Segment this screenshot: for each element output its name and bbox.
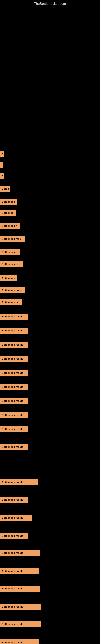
bottleneck-bar-18: Bottleneck result [0,370,28,376]
bottleneck-bar-3: E [0,173,3,179]
bottleneck-bar-13: Bottleneck re [0,300,22,306]
bottleneck-bar-26: Bottleneck result [0,515,32,521]
bottleneck-bar-9: Bottleneck r [0,249,20,255]
bottleneck-bar-11: Bottleneck [0,275,17,281]
bottleneck-bar-21: Bottleneck result [0,412,28,418]
bottleneck-bar-25: Bottleneck result [0,497,28,503]
bottleneck-bar-8: Bottleneck resu [0,236,25,242]
bottleneck-bar-2: | [0,162,3,168]
bottleneck-bar-6: Bottlenec [0,210,16,216]
bottleneck-bar-34: Bottleneck result [0,640,39,644]
bottleneck-bar-29: Bottleneck result [0,568,39,574]
bottleneck-bar-10: Bottleneck res [0,261,23,267]
bottleneck-bar-5: Bottleneck [0,199,17,205]
bottleneck-bar-1: B [0,150,3,156]
bottleneck-bar-32: Bottleneck result [0,621,41,627]
bottleneck-bar-24: Bottleneck result [0,480,38,486]
bottleneck-bar-22: Bottleneck result [0,426,28,432]
bottleneck-bar-23: Bottleneck result [0,444,28,450]
site-title: TheBottlenecker.com [0,0,100,6]
bottleneck-bar-20: Bottleneck result [0,398,28,404]
bottleneck-bar-19: Bottleneck result [0,384,28,390]
bottleneck-bar-16: Bottleneck result [0,342,28,348]
bottleneck-bar-31: Bottleneck result [0,604,41,610]
bottleneck-bar-14: Bottleneck result [0,314,28,320]
bottleneck-bar-15: Bottleneck result [0,328,28,334]
bottleneck-bar-12: Bottleneck resu [0,288,25,294]
bottleneck-bar-7: Bottleneck r [0,223,20,229]
bottleneck-bar-17: Bottleneck result [0,356,28,362]
bottleneck-bar-30: Bottleneck result [0,586,40,592]
bottleneck-bar-28: Bottleneck result [0,550,40,556]
bottleneck-bar-27: Bottleneck result [0,533,28,539]
bottleneck-bar-4: Bottle [0,186,10,192]
